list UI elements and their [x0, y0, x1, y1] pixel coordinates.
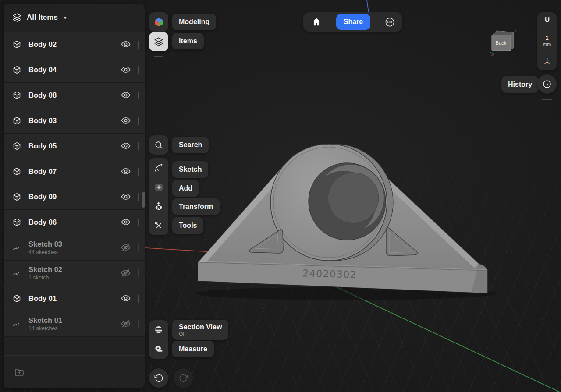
- tools-label[interactable]: Tools: [172, 217, 203, 234]
- visibility-toggle[interactable]: [121, 243, 131, 253]
- measure-label[interactable]: Measure: [172, 341, 214, 357]
- item-text: Sketch 02 1 sketch: [28, 265, 114, 280]
- list-item[interactable]: Sketch 01 14 sketches: [4, 311, 145, 337]
- item-label: Sketch 03: [28, 240, 114, 248]
- redo-button[interactable]: [174, 368, 193, 388]
- list-item[interactable]: Body 06: [4, 210, 145, 235]
- section-view-title: Section View: [179, 323, 222, 331]
- redo-icon: [179, 374, 188, 383]
- item-handle[interactable]: [138, 142, 139, 150]
- visibility-toggle[interactable]: [121, 192, 131, 202]
- item-label: Body 06: [28, 218, 114, 226]
- visibility-toggle[interactable]: [121, 141, 131, 152]
- visibility-toggle[interactable]: [121, 39, 131, 50]
- list-item[interactable]: Sketch 02 1 sketch: [4, 261, 145, 286]
- item-text: Body 07: [28, 167, 114, 175]
- list-item[interactable]: Body 04: [4, 57, 145, 83]
- history-label[interactable]: History: [501, 76, 539, 93]
- item-text: Sketch 03 44 sketches: [28, 240, 114, 255]
- visibility-toggle[interactable]: [121, 166, 131, 177]
- home-button[interactable]: [308, 14, 325, 30]
- item-label: Body 02: [28, 40, 114, 48]
- sketch-label[interactable]: Sketch: [172, 161, 208, 178]
- new-folder-button[interactable]: [14, 367, 25, 378]
- visibility-toggle[interactable]: [121, 268, 131, 279]
- search-icon: [154, 140, 163, 150]
- item-type-icon: [12, 319, 22, 329]
- visibility-toggle[interactable]: [121, 293, 131, 304]
- axis-triad-icon[interactable]: [543, 57, 552, 66]
- history-button[interactable]: [537, 74, 557, 94]
- sidebar-resize-handle[interactable]: [142, 192, 145, 208]
- sketch-tool-button[interactable]: [149, 158, 168, 177]
- view-settings-pill: 1 mm: [537, 12, 557, 70]
- item-type-icon: [12, 167, 22, 177]
- ellipsis-icon: [384, 17, 395, 28]
- measure-button[interactable]: [149, 339, 168, 359]
- item-handle[interactable]: [138, 41, 139, 49]
- item-handle[interactable]: [138, 244, 139, 252]
- item-handle[interactable]: [138, 269, 139, 277]
- section-sphere-icon: [154, 325, 163, 335]
- item-text: Body 01: [28, 294, 114, 302]
- visibility-toggle[interactable]: [121, 65, 131, 75]
- visibility-toggle[interactable]: [121, 319, 131, 329]
- item-text: Body 08: [28, 91, 114, 99]
- item-text: Body 03: [28, 117, 114, 124]
- modeling-cube-icon: [153, 17, 164, 28]
- undo-button[interactable]: [149, 368, 168, 388]
- arc-sketch-icon: [154, 163, 163, 173]
- more-options-button[interactable]: [381, 14, 398, 30]
- item-text: Body 09: [28, 193, 114, 201]
- item-text: Body 04: [28, 66, 114, 74]
- modeling-button[interactable]: [149, 12, 168, 32]
- section-view-state: Off: [179, 332, 186, 337]
- view-cube[interactable]: Back z: [488, 27, 517, 57]
- item-handle[interactable]: [138, 320, 139, 328]
- search-label[interactable]: Search: [172, 137, 209, 153]
- transform-tool-button[interactable]: [149, 197, 168, 216]
- visibility-toggle[interactable]: [121, 116, 131, 126]
- item-handle[interactable]: [138, 295, 139, 303]
- list-item[interactable]: Body 05: [4, 134, 145, 159]
- list-item[interactable]: Body 07: [4, 159, 145, 184]
- item-handle[interactable]: [138, 66, 139, 74]
- add-label[interactable]: Add: [172, 180, 199, 197]
- item-text: Body 02: [28, 40, 114, 48]
- toolbar-drag-handle[interactable]: [154, 56, 163, 57]
- list-item[interactable]: Body 01: [4, 286, 145, 311]
- section-view-button[interactable]: [149, 320, 168, 339]
- visibility-toggle[interactable]: [121, 217, 131, 228]
- list-item[interactable]: Body 02: [4, 32, 145, 57]
- share-button[interactable]: Share: [336, 14, 370, 30]
- modeling-label[interactable]: Modeling: [172, 14, 216, 30]
- item-label: Body 03: [28, 117, 114, 124]
- item-type-icon: [12, 40, 22, 49]
- magnet-snap-icon[interactable]: [543, 16, 552, 25]
- items-button[interactable]: [149, 32, 168, 51]
- list-item[interactable]: Body 08: [4, 83, 145, 108]
- transform-label[interactable]: Transform: [172, 198, 220, 215]
- items-filter[interactable]: All Items ▼: [4, 4, 145, 32]
- grid-unit[interactable]: 1 mm: [543, 35, 551, 47]
- item-handle[interactable]: [138, 219, 139, 226]
- item-handle[interactable]: [138, 168, 139, 176]
- list-item[interactable]: Sketch 03 44 sketches: [4, 235, 145, 261]
- tools-button[interactable]: [149, 216, 168, 235]
- view-tool-stack: [149, 320, 168, 359]
- visibility-toggle[interactable]: [121, 90, 131, 101]
- item-handle[interactable]: [138, 92, 139, 99]
- list-item[interactable]: Body 09: [4, 184, 145, 210]
- add-tool-button[interactable]: [149, 177, 168, 197]
- items-label[interactable]: Items: [172, 33, 204, 49]
- list-item[interactable]: Body 03: [4, 108, 145, 134]
- item-handle[interactable]: [138, 193, 139, 201]
- item-label: Body 05: [28, 142, 114, 150]
- item-type-icon: [12, 268, 22, 278]
- search-button[interactable]: [149, 135, 168, 155]
- item-text: Sketch 01 14 sketches: [28, 316, 114, 331]
- section-view-label[interactable]: Section View Off: [172, 320, 228, 340]
- item-handle[interactable]: [138, 117, 139, 125]
- history-drag-handle[interactable]: [542, 99, 552, 100]
- undo-icon: [154, 374, 163, 383]
